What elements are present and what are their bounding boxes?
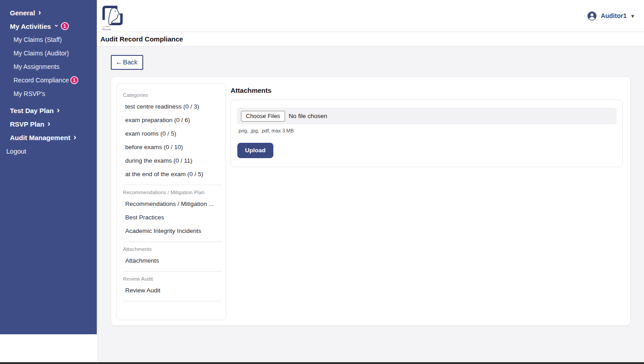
chevron-right-icon: › bbox=[38, 8, 41, 16]
file-requirements-text: .png, .jpg, .pdf, max 3 MB bbox=[237, 128, 617, 133]
category-item-exam-rooms[interactable]: exam rooms (0 / 5) bbox=[117, 127, 226, 140]
sidebar-item-label: Logout bbox=[6, 148, 26, 155]
category-item-before-exams[interactable]: before exams (0 / 10) bbox=[117, 140, 226, 154]
divider bbox=[123, 185, 222, 185]
sidebar-item-label: My Activities bbox=[10, 23, 51, 30]
caret-down-icon: ▾ bbox=[631, 13, 634, 19]
sidebar-item-my-claims-staff[interactable]: My Claims (Staff) bbox=[0, 33, 97, 46]
sidebar-item-my-claims-auditor[interactable]: My Claims (Auditor) bbox=[0, 46, 97, 60]
top-header: منصتي Manasati Auditor1 ▾ bbox=[97, 0, 644, 32]
category-item-recommendations-mitigation[interactable]: Recommendations / Mitigation ... bbox=[117, 197, 226, 210]
title-bar: Audit Record Compliance bbox=[97, 32, 644, 46]
sidebar-item-test-day-plan[interactable]: Test Day Plan › bbox=[0, 104, 97, 117]
sidebar: General › My Activities ⌄ 1 My Claims (S… bbox=[0, 0, 97, 334]
categories-panel: Categories test centre readiness (0 / 3)… bbox=[116, 83, 226, 320]
sidebar-item-my-activities[interactable]: My Activities ⌄ 1 bbox=[0, 19, 97, 33]
section-header-recommendations: Recommendations / Mitigation Plan bbox=[117, 190, 226, 195]
category-item-best-practices[interactable]: Best Practices bbox=[117, 210, 226, 224]
divider bbox=[123, 301, 222, 301]
divider bbox=[123, 271, 222, 272]
sidebar-item-rsvp-plan[interactable]: RSVP Plan › bbox=[0, 117, 97, 131]
notification-badge: 1 bbox=[70, 76, 78, 84]
category-item-exam-preparation[interactable]: exam preparation (0 / 6) bbox=[117, 113, 226, 127]
chevron-right-icon: › bbox=[47, 119, 50, 127]
sidebar-item-logout[interactable]: Logout bbox=[0, 145, 97, 158]
back-button-label: Back bbox=[123, 59, 137, 66]
category-item-during-the-exams[interactable]: during the exams (0 / 11) bbox=[117, 154, 226, 167]
chevron-down-icon: ⌄ bbox=[53, 21, 59, 28]
falcon-logo-icon: منصتي Manasati bbox=[100, 3, 124, 31]
attachments-panel: Attachments Choose Files No file chosen … bbox=[231, 83, 623, 167]
sidebar-item-label: My RSVP's bbox=[14, 90, 45, 97]
section-header-categories: Categories bbox=[117, 92, 226, 98]
attachments-heading: Attachments bbox=[231, 86, 623, 94]
sidebar-item-label: Test Day Plan bbox=[10, 107, 54, 114]
page-title: Audit Record Compliance bbox=[100, 35, 183, 43]
sidebar-item-label: General bbox=[10, 9, 35, 17]
brand-arabic-text: منصتي bbox=[103, 25, 110, 28]
sidebar-item-label: My Assignments bbox=[14, 63, 59, 70]
file-input[interactable]: Choose Files No file chosen bbox=[237, 108, 617, 124]
section-header-review-audit: Review Audit bbox=[117, 276, 226, 282]
choose-files-button[interactable]: Choose Files bbox=[241, 111, 285, 122]
brand-latin-text: Manasati bbox=[102, 28, 111, 31]
category-item-review-audit[interactable]: Review Audit bbox=[117, 283, 226, 297]
section-header-attachments: Attachments bbox=[117, 246, 226, 252]
compliance-card: Categories test centre readiness (0 / 3)… bbox=[111, 77, 630, 326]
main-area: منصتي Manasati Auditor1 ▾ Audit Record C… bbox=[97, 0, 644, 362]
back-button[interactable]: ← Back bbox=[111, 55, 143, 70]
bottom-edge bbox=[0, 362, 644, 364]
file-input-status: No file chosen bbox=[289, 113, 327, 119]
back-arrow-icon: ← bbox=[115, 58, 122, 66]
sidebar-item-label: RSVP Plan bbox=[10, 120, 44, 128]
sidebar-item-my-rsvps[interactable]: My RSVP's bbox=[0, 87, 97, 100]
user-name: Auditor1 bbox=[601, 12, 627, 19]
upload-button[interactable]: Upload bbox=[237, 143, 273, 158]
sidebar-item-label: Record Compliance bbox=[14, 77, 69, 84]
chevron-right-icon: › bbox=[73, 133, 76, 141]
brand-logo[interactable]: منصتي Manasati bbox=[100, 3, 124, 31]
app-root: General › My Activities ⌄ 1 My Claims (S… bbox=[0, 0, 644, 364]
notification-badge: 1 bbox=[61, 22, 69, 30]
category-item-at-the-end-of-the-exam[interactable]: at the end of the exam (0 / 5) bbox=[117, 167, 226, 181]
page-content: ← Back Categories test centre readiness … bbox=[97, 46, 644, 362]
user-avatar-icon bbox=[587, 11, 597, 21]
sidebar-item-label: My Claims (Staff) bbox=[14, 36, 62, 43]
category-item-test-centre-readiness[interactable]: test centre readiness (0 / 3) bbox=[117, 100, 226, 113]
chevron-right-icon: › bbox=[57, 106, 59, 114]
sidebar-item-label: Audit Management bbox=[10, 134, 70, 141]
sidebar-item-general[interactable]: General › bbox=[0, 6, 97, 19]
sidebar-item-label: My Claims (Auditor) bbox=[14, 50, 69, 57]
category-item-academic-integrity-incidents[interactable]: Academic Integrity Incidents bbox=[117, 224, 226, 237]
divider bbox=[123, 241, 222, 242]
sidebar-item-audit-management[interactable]: Audit Management › bbox=[0, 131, 97, 144]
user-menu[interactable]: Auditor1 ▾ bbox=[587, 11, 634, 21]
sidebar-item-my-assignments[interactable]: My Assignments bbox=[0, 60, 97, 73]
attachments-upload-box: Choose Files No file chosen .png, .jpg, … bbox=[231, 100, 623, 167]
category-item-attachments[interactable]: Attachments bbox=[117, 254, 226, 267]
sidebar-item-record-compliance[interactable]: Record Compliance 1 bbox=[0, 73, 97, 87]
